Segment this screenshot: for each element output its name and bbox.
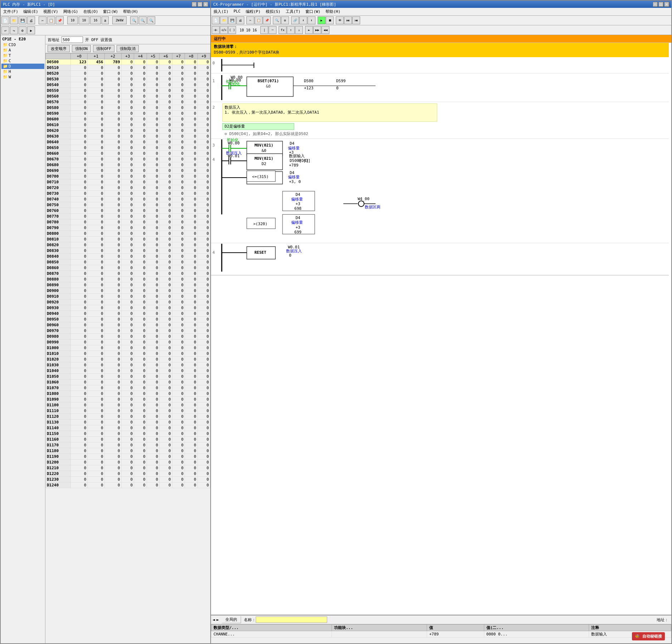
cell-value[interactable]: 0 bbox=[197, 65, 210, 71]
cell-value[interactable]: 0 bbox=[71, 391, 88, 397]
cell-value[interactable]: 0 bbox=[185, 88, 197, 94]
table-row[interactable]: D07500000000000 bbox=[46, 202, 210, 208]
cell-value[interactable]: 0 bbox=[172, 471, 185, 477]
cell-value[interactable]: 0 bbox=[134, 134, 147, 139]
cell-value[interactable]: 0 bbox=[147, 242, 159, 248]
cell-value[interactable]: 456 bbox=[88, 59, 104, 65]
cell-value[interactable]: 0 bbox=[147, 145, 159, 151]
cell-value[interactable]: 0 bbox=[71, 94, 88, 99]
cell-value[interactable]: 0 bbox=[185, 345, 197, 351]
cell-value[interactable]: 0 bbox=[197, 454, 210, 460]
cell-value[interactable]: 0 bbox=[172, 282, 185, 288]
table-row[interactable]: D09700000000000 bbox=[46, 328, 210, 334]
cell-value[interactable]: 0 bbox=[160, 76, 172, 82]
cell-value[interactable]: 0 bbox=[185, 139, 197, 145]
cell-value[interactable]: 0 bbox=[71, 477, 88, 482]
cell-value[interactable]: 0 bbox=[185, 214, 197, 219]
cell-value[interactable]: 0 bbox=[147, 402, 159, 408]
table-row[interactable]: D11700000000000 bbox=[46, 442, 210, 448]
cell-value[interactable]: 0 bbox=[104, 334, 121, 340]
cell-value[interactable]: 0 bbox=[121, 265, 134, 271]
cell-value[interactable]: 0 bbox=[134, 317, 147, 322]
cell-value[interactable]: 0 bbox=[147, 294, 159, 299]
cell-value[interactable]: 0 bbox=[185, 471, 197, 477]
cell-value[interactable]: 0 bbox=[121, 254, 134, 259]
menu-network[interactable]: 网络(G) bbox=[62, 9, 79, 15]
cell-value[interactable]: 0 bbox=[134, 271, 147, 277]
cell-value[interactable]: 0 bbox=[104, 414, 121, 420]
cell-value[interactable]: 0 bbox=[197, 231, 210, 237]
cell-value[interactable]: 0 bbox=[134, 340, 147, 345]
cell-value[interactable]: 0 bbox=[197, 317, 210, 322]
cell-value[interactable]: 0 bbox=[88, 414, 104, 420]
cell-value[interactable]: 0 bbox=[185, 179, 197, 185]
cell-value[interactable]: 0 bbox=[88, 471, 104, 477]
cell-value[interactable]: 0 bbox=[134, 299, 147, 305]
table-row[interactable]: D08700000000000 bbox=[46, 271, 210, 277]
restore-button[interactable]: □ bbox=[197, 2, 202, 7]
cell-value[interactable]: 0 bbox=[134, 265, 147, 271]
zoom-in[interactable]: 🔍 bbox=[130, 16, 138, 24]
cell-value[interactable]: 0 bbox=[147, 454, 159, 460]
cell-value[interactable]: 0 bbox=[104, 442, 121, 448]
cell-value[interactable]: 0 bbox=[185, 105, 197, 111]
cell-value[interactable]: 0 bbox=[88, 248, 104, 254]
cell-value[interactable]: 0 bbox=[160, 460, 172, 465]
cell-value[interactable]: 0 bbox=[147, 248, 159, 254]
cell-value[interactable]: 0 bbox=[147, 277, 159, 282]
table-row[interactable]: D06500000000000 bbox=[46, 145, 210, 151]
cell-value[interactable]: 0 bbox=[104, 219, 121, 225]
cell-value[interactable]: 0 bbox=[88, 105, 104, 111]
cell-value[interactable]: 0 bbox=[197, 122, 210, 128]
cell-value[interactable]: 0 bbox=[88, 162, 104, 168]
cell-value[interactable]: 0 bbox=[147, 357, 159, 362]
cell-value[interactable]: 0 bbox=[185, 414, 197, 420]
prog-monitor[interactable]: 👁 bbox=[336, 16, 344, 24]
cell-value[interactable]: 0 bbox=[104, 208, 121, 214]
cell-value[interactable]: 0 bbox=[104, 94, 121, 99]
prog-vert-line[interactable]: | bbox=[260, 26, 268, 34]
cell-value[interactable]: 0 bbox=[185, 208, 197, 214]
table-row[interactable]: D06900000000000 bbox=[46, 168, 210, 174]
cell-value[interactable]: 0 bbox=[121, 397, 134, 402]
cell-value[interactable]: 0 bbox=[197, 431, 210, 437]
cell-value[interactable]: 0 bbox=[88, 71, 104, 76]
cell-value[interactable]: 0 bbox=[185, 460, 197, 465]
cell-value[interactable]: 0 bbox=[121, 454, 134, 460]
cell-value[interactable]: 0 bbox=[172, 322, 185, 328]
cell-value[interactable]: 0 bbox=[134, 179, 147, 185]
cell-value[interactable]: 0 bbox=[71, 425, 88, 431]
prog-close[interactable]: ✕ bbox=[664, 2, 669, 7]
cell-value[interactable]: 0 bbox=[197, 437, 210, 442]
cell-value[interactable]: 0 bbox=[121, 414, 134, 420]
close-button[interactable]: ✕ bbox=[203, 2, 208, 7]
cell-value[interactable]: 0 bbox=[197, 380, 210, 385]
menu-edit[interactable]: 编辑(E) bbox=[22, 9, 39, 15]
cell-value[interactable]: 0 bbox=[197, 442, 210, 448]
cell-value[interactable]: 0 bbox=[185, 311, 197, 317]
cell-value[interactable]: 0 bbox=[197, 197, 210, 202]
tb-a[interactable]: a bbox=[102, 16, 109, 24]
tb-2w4w[interactable]: 2W4W bbox=[112, 16, 127, 24]
cell-value[interactable]: 0 bbox=[147, 288, 159, 294]
cell-value[interactable]: 0 bbox=[88, 482, 104, 488]
cell-value[interactable]: 0 bbox=[88, 368, 104, 374]
cell-value[interactable]: 0 bbox=[147, 168, 159, 174]
cell-value[interactable]: 0 bbox=[172, 351, 185, 357]
cell-value[interactable]: 0 bbox=[185, 391, 197, 397]
cell-value[interactable]: 0 bbox=[185, 82, 197, 88]
cell-value[interactable]: 0 bbox=[104, 305, 121, 311]
cell-value[interactable]: 0 bbox=[172, 179, 185, 185]
cell-value[interactable]: 0 bbox=[134, 368, 147, 374]
cell-value[interactable]: 0 bbox=[71, 277, 88, 282]
cell-value[interactable]: 0 bbox=[71, 111, 88, 117]
cell-value[interactable]: 0 bbox=[160, 157, 172, 162]
cell-value[interactable]: 0 bbox=[172, 122, 185, 128]
table-row[interactable]: D10400000000000 bbox=[46, 368, 210, 374]
cell-value[interactable]: 0 bbox=[160, 248, 172, 254]
cell-value[interactable]: 0 bbox=[147, 425, 159, 431]
table-row[interactable]: D12300000000000 bbox=[46, 477, 210, 482]
cell-value[interactable]: 0 bbox=[172, 414, 185, 420]
prog-open[interactable]: 📁 bbox=[220, 16, 228, 24]
cell-value[interactable]: 0 bbox=[197, 271, 210, 277]
